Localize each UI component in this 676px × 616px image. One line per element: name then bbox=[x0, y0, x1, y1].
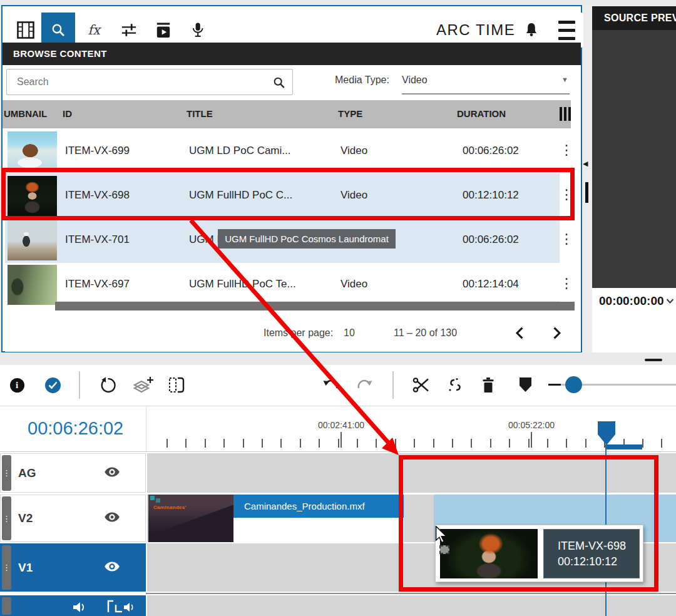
row-duration: 00:12:14:04 bbox=[463, 278, 519, 290]
row-id: ITEM-VX-699 bbox=[65, 145, 130, 157]
track-drag-handle[interactable]: ⋮ bbox=[2, 545, 11, 590]
track-header-v2[interactable]: ⋮ V2 bbox=[0, 495, 146, 542]
track-drag-handle[interactable]: ⋮ bbox=[2, 496, 11, 540]
column-id[interactable]: ID bbox=[63, 108, 72, 119]
source-preview-panel: SOURCE PREVIEW 00:00:00:00 bbox=[592, 6, 676, 352]
drag-preview-card[interactable]: ITEM-VX-698 00:12:10:12 bbox=[435, 525, 643, 582]
visibility-eye-icon[interactable] bbox=[104, 561, 120, 574]
timeline-timecode: 00:06:26:02 bbox=[0, 407, 146, 452]
search-field bbox=[6, 69, 293, 95]
ruler-major-tick bbox=[531, 432, 532, 448]
delete-icon[interactable] bbox=[479, 365, 497, 405]
splitter-drag-handle[interactable] bbox=[585, 182, 588, 203]
current-timecode: 00:06:26:02 bbox=[28, 418, 123, 439]
ruler-major-tick bbox=[341, 432, 342, 448]
track-label: V2 bbox=[18, 511, 33, 525]
clip-logo-text: Caminandes' bbox=[153, 505, 187, 510]
row-id: ITEM-VX-701 bbox=[65, 234, 130, 246]
track-drag-handle[interactable] bbox=[2, 597, 11, 615]
timeline-toolbar: i bbox=[0, 365, 676, 406]
table-row[interactable]: ITEM-VX-699 UGM LD PoC Cami... Video 00:… bbox=[5, 130, 560, 174]
chevron-down-icon[interactable]: ▼ bbox=[561, 76, 568, 83]
row-menu-icon[interactable]: ⋮ bbox=[559, 174, 574, 218]
column-type[interactable]: TYPE bbox=[338, 108, 362, 119]
column-title[interactable]: TITLE bbox=[187, 108, 213, 119]
drag-preview-thumbnail bbox=[440, 529, 538, 578]
chevron-left-icon bbox=[515, 327, 524, 339]
row-type: Video bbox=[341, 278, 367, 290]
thumb-pixel-art bbox=[150, 496, 155, 500]
visibility-eye-icon[interactable] bbox=[104, 512, 120, 525]
app-screen: fx ARC TIME BROWSE CONTENT Media Type: bbox=[0, 0, 676, 616]
cut-icon[interactable] bbox=[412, 365, 431, 405]
audio-patch-icon[interactable] bbox=[107, 600, 136, 616]
info-icon[interactable]: i bbox=[9, 365, 24, 405]
add-layer-icon[interactable] bbox=[133, 365, 154, 405]
media-type-underline bbox=[402, 93, 570, 95]
row-id: ITEM-VX-697 bbox=[65, 278, 130, 290]
track-label: AG bbox=[18, 466, 36, 480]
track-drag-handle[interactable]: ⋮ bbox=[2, 455, 11, 491]
timeline-ruler[interactable]: 00:02:41:00 00:05:22:00 bbox=[146, 407, 676, 452]
zoom-out-minus[interactable] bbox=[548, 384, 561, 386]
zoom-slider-knob[interactable] bbox=[565, 376, 582, 393]
search-icon bbox=[51, 23, 66, 38]
track-header-a1[interactable] bbox=[0, 595, 146, 616]
unlink-icon[interactable] bbox=[446, 365, 464, 405]
panel-splitter[interactable]: ◀ bbox=[582, 5, 592, 352]
track-lane-ag[interactable] bbox=[147, 453, 676, 493]
horizontal-scrollbar[interactable] bbox=[55, 302, 575, 311]
items-per-page-label: Items per page: bbox=[264, 327, 333, 339]
previous-page-button[interactable] bbox=[510, 323, 530, 343]
search-input[interactable] bbox=[16, 72, 263, 92]
visibility-eye-icon[interactable] bbox=[104, 466, 120, 480]
row-duration: 00:06:26:02 bbox=[463, 234, 519, 246]
drag-selection-rect bbox=[439, 545, 449, 554]
row-type: Video bbox=[341, 145, 367, 157]
row-title: UGM FullHD PoC Te... bbox=[189, 278, 296, 290]
table-header: UMBNAIL ID TITLE TYPE DURATION bbox=[3, 100, 571, 128]
column-settings-icon[interactable] bbox=[560, 107, 573, 121]
redo-icon[interactable] bbox=[356, 365, 374, 405]
track-header-ag[interactable]: ⋮ AG bbox=[0, 453, 146, 493]
row-thumbnail bbox=[8, 265, 57, 305]
search-icon[interactable] bbox=[272, 76, 286, 92]
track-header-v1-selected[interactable]: ⋮ V1 bbox=[0, 543, 146, 592]
media-type-select[interactable]: Video bbox=[402, 74, 428, 86]
split-clip-icon[interactable] bbox=[168, 365, 185, 405]
pagination-bar: Items per page: 10 11 – 20 of 130 bbox=[5, 312, 581, 352]
marker-icon[interactable] bbox=[517, 365, 533, 405]
clip-filename: Caminandes_Production.mxf bbox=[233, 495, 404, 518]
row-type: Video bbox=[341, 189, 367, 202]
row-thumbnail bbox=[8, 131, 57, 172]
column-thumbnail: UMBNAIL bbox=[4, 108, 47, 119]
thumb-pixel-art bbox=[156, 498, 160, 503]
table-row-selected[interactable]: ITEM-VX-698 UGM FullHD PoC C... Video 00… bbox=[5, 174, 560, 218]
reload-icon[interactable] bbox=[99, 365, 116, 405]
row-menu-icon[interactable]: ⋮ bbox=[559, 263, 574, 307]
row-menu-icon[interactable]: ⋮ bbox=[559, 218, 574, 262]
select-check-icon[interactable] bbox=[44, 365, 61, 405]
track-lane-a1[interactable] bbox=[147, 595, 676, 616]
row-menu-icon[interactable]: ⋮ bbox=[559, 130, 574, 173]
column-duration[interactable]: DURATION bbox=[457, 108, 506, 119]
chevron-right-icon bbox=[553, 327, 561, 339]
chevron-down-icon[interactable] bbox=[666, 298, 674, 304]
row-duration: 00:06:26:02 bbox=[463, 145, 519, 157]
next-page-button[interactable] bbox=[547, 323, 567, 343]
timeline-clip[interactable]: Caminandes' Caminandes_Production.mxf bbox=[148, 495, 404, 542]
row-title: UGM FullHD PoC C... bbox=[189, 189, 292, 202]
volume-icon[interactable] bbox=[72, 601, 87, 616]
browse-content-panel: fx ARC TIME BROWSE CONTENT Media Type: bbox=[1, 5, 582, 352]
table-row[interactable]: ITEM-VX-697 UGM FullHD PoC Te... Video 0… bbox=[5, 263, 560, 302]
source-preview-viewport bbox=[592, 30, 676, 288]
items-per-page-value[interactable]: 10 bbox=[344, 327, 355, 339]
row-thumbnail bbox=[8, 220, 57, 260]
app-title: ARC TIME bbox=[436, 21, 515, 39]
undo-icon[interactable] bbox=[321, 365, 340, 405]
mouse-cursor-icon bbox=[434, 526, 449, 543]
panel-resize-handle[interactable] bbox=[645, 359, 662, 361]
ruler-label: 00:02:41:00 bbox=[313, 420, 369, 430]
drag-preview-timecode: 00:12:10:12 bbox=[558, 554, 639, 569]
collapse-panel-icon[interactable]: ◀ bbox=[583, 160, 588, 168]
